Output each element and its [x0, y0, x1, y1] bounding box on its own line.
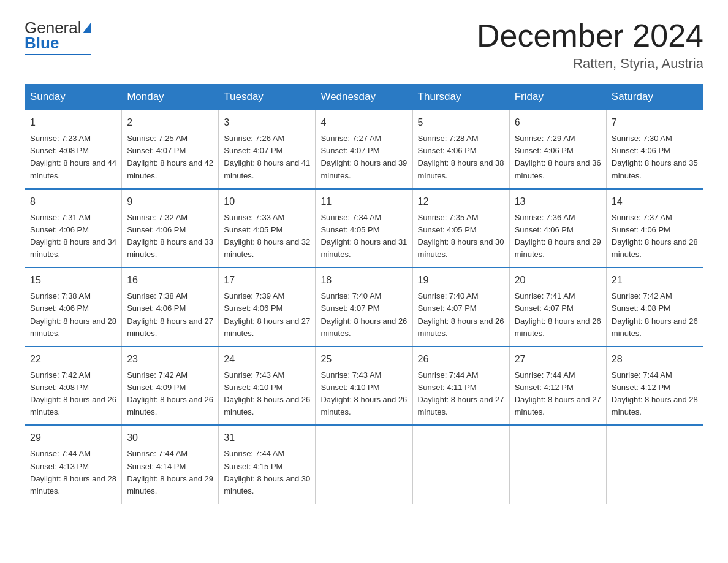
table-row: 20 Sunrise: 7:41 AM Sunset: 4:07 PM Dayl… — [509, 267, 606, 347]
day-number: 29 — [30, 431, 116, 445]
location: Ratten, Styria, Austria — [477, 56, 703, 72]
day-number: 26 — [418, 352, 504, 367]
month-title: December 2024 — [477, 18, 703, 53]
day-number: 12 — [418, 194, 504, 209]
header-monday: Monday — [122, 85, 219, 110]
day-number: 20 — [515, 273, 601, 288]
table-row: 15 Sunrise: 7:38 AM Sunset: 4:06 PM Dayl… — [25, 267, 122, 347]
table-row: 17 Sunrise: 7:39 AM Sunset: 4:06 PM Dayl… — [219, 267, 316, 347]
day-number: 6 — [515, 115, 601, 130]
day-info: Sunrise: 7:26 AM Sunset: 4:07 PM Dayligh… — [224, 132, 310, 182]
calendar-table: Sunday Monday Tuesday Wednesday Thursday… — [25, 84, 703, 504]
day-number: 18 — [320, 273, 407, 288]
header-sunday: Sunday — [25, 85, 122, 110]
table-row: 6 Sunrise: 7:29 AM Sunset: 4:06 PM Dayli… — [509, 110, 606, 189]
day-info: Sunrise: 7:37 AM Sunset: 4:06 PM Dayligh… — [612, 212, 698, 261]
logo-underline — [25, 54, 91, 55]
table-row: 1 Sunrise: 7:23 AM Sunset: 4:08 PM Dayli… — [25, 110, 122, 189]
day-info: Sunrise: 7:42 AM Sunset: 4:09 PM Dayligh… — [127, 369, 213, 419]
table-row: 29 Sunrise: 7:44 AM Sunset: 4:13 PM Dayl… — [25, 425, 122, 504]
calendar-week-row: 1 Sunrise: 7:23 AM Sunset: 4:08 PM Dayli… — [25, 110, 703, 189]
table-row: 27 Sunrise: 7:44 AM Sunset: 4:12 PM Dayl… — [509, 347, 606, 426]
day-number: 15 — [30, 273, 116, 288]
table-row: 28 Sunrise: 7:44 AM Sunset: 4:12 PM Dayl… — [606, 347, 703, 426]
day-info: Sunrise: 7:43 AM Sunset: 4:10 PM Dayligh… — [224, 369, 310, 419]
header-wednesday: Wednesday — [316, 85, 412, 110]
day-info: Sunrise: 7:25 AM Sunset: 4:07 PM Dayligh… — [127, 132, 213, 182]
header-friday: Friday — [509, 85, 606, 110]
day-number: 5 — [418, 115, 504, 130]
table-row: 25 Sunrise: 7:43 AM Sunset: 4:10 PM Dayl… — [316, 347, 412, 426]
day-number: 9 — [127, 194, 213, 209]
table-row: 31 Sunrise: 7:44 AM Sunset: 4:15 PM Dayl… — [219, 425, 316, 504]
day-info: Sunrise: 7:44 AM Sunset: 4:14 PM Dayligh… — [127, 448, 213, 497]
table-row: 24 Sunrise: 7:43 AM Sunset: 4:10 PM Dayl… — [219, 347, 316, 426]
day-number: 14 — [612, 194, 698, 209]
weekday-header-row: Sunday Monday Tuesday Wednesday Thursday… — [25, 85, 703, 110]
table-row: 9 Sunrise: 7:32 AM Sunset: 4:06 PM Dayli… — [122, 189, 219, 268]
table-row: 19 Sunrise: 7:40 AM Sunset: 4:07 PM Dayl… — [412, 267, 509, 347]
day-info: Sunrise: 7:28 AM Sunset: 4:06 PM Dayligh… — [418, 132, 504, 182]
day-number: 30 — [127, 431, 213, 445]
day-info: Sunrise: 7:29 AM Sunset: 4:06 PM Dayligh… — [515, 132, 601, 182]
day-number: 8 — [30, 194, 116, 209]
day-number: 16 — [127, 273, 213, 288]
table-row — [606, 425, 703, 504]
table-row: 30 Sunrise: 7:44 AM Sunset: 4:14 PM Dayl… — [122, 425, 219, 504]
table-row: 16 Sunrise: 7:38 AM Sunset: 4:06 PM Dayl… — [122, 267, 219, 347]
day-info: Sunrise: 7:44 AM Sunset: 4:12 PM Dayligh… — [612, 369, 698, 419]
table-row: 10 Sunrise: 7:33 AM Sunset: 4:05 PM Dayl… — [219, 189, 316, 268]
day-number: 7 — [612, 115, 698, 130]
calendar-week-row: 29 Sunrise: 7:44 AM Sunset: 4:13 PM Dayl… — [25, 425, 703, 504]
title-section: December 2024 Ratten, Styria, Austria — [477, 18, 703, 72]
day-number: 3 — [224, 115, 310, 130]
day-number: 10 — [224, 194, 310, 209]
day-info: Sunrise: 7:35 AM Sunset: 4:05 PM Dayligh… — [418, 212, 504, 261]
day-info: Sunrise: 7:40 AM Sunset: 4:07 PM Dayligh… — [320, 290, 407, 340]
table-row — [509, 425, 606, 504]
calendar-week-row: 8 Sunrise: 7:31 AM Sunset: 4:06 PM Dayli… — [25, 189, 703, 268]
table-row: 18 Sunrise: 7:40 AM Sunset: 4:07 PM Dayl… — [316, 267, 412, 347]
table-row: 3 Sunrise: 7:26 AM Sunset: 4:07 PM Dayli… — [219, 110, 316, 189]
calendar-week-row: 22 Sunrise: 7:42 AM Sunset: 4:08 PM Dayl… — [25, 347, 703, 426]
day-info: Sunrise: 7:42 AM Sunset: 4:08 PM Dayligh… — [30, 369, 116, 419]
day-info: Sunrise: 7:32 AM Sunset: 4:06 PM Dayligh… — [127, 212, 213, 261]
table-row: 13 Sunrise: 7:36 AM Sunset: 4:06 PM Dayl… — [509, 189, 606, 268]
day-info: Sunrise: 7:44 AM Sunset: 4:15 PM Dayligh… — [224, 448, 310, 497]
table-row — [316, 425, 412, 504]
table-row: 5 Sunrise: 7:28 AM Sunset: 4:06 PM Dayli… — [412, 110, 509, 189]
table-row: 23 Sunrise: 7:42 AM Sunset: 4:09 PM Dayl… — [122, 347, 219, 426]
day-number: 2 — [127, 115, 213, 130]
day-number: 27 — [515, 352, 601, 367]
day-number: 1 — [30, 115, 116, 130]
day-number: 13 — [515, 194, 601, 209]
logo-triangle-icon — [83, 22, 91, 33]
table-row: 26 Sunrise: 7:44 AM Sunset: 4:11 PM Dayl… — [412, 347, 509, 426]
day-info: Sunrise: 7:33 AM Sunset: 4:05 PM Dayligh… — [224, 212, 310, 261]
day-number: 25 — [320, 352, 407, 367]
day-number: 24 — [224, 352, 310, 367]
table-row: 12 Sunrise: 7:35 AM Sunset: 4:05 PM Dayl… — [412, 189, 509, 268]
table-row: 4 Sunrise: 7:27 AM Sunset: 4:07 PM Dayli… — [316, 110, 412, 189]
table-row: 2 Sunrise: 7:25 AM Sunset: 4:07 PM Dayli… — [122, 110, 219, 189]
day-number: 31 — [224, 431, 310, 445]
day-info: Sunrise: 7:38 AM Sunset: 4:06 PM Dayligh… — [127, 290, 213, 340]
day-info: Sunrise: 7:39 AM Sunset: 4:06 PM Dayligh… — [224, 290, 310, 340]
day-number: 4 — [320, 115, 407, 130]
day-info: Sunrise: 7:27 AM Sunset: 4:07 PM Dayligh… — [320, 132, 407, 182]
header-thursday: Thursday — [412, 85, 509, 110]
day-info: Sunrise: 7:40 AM Sunset: 4:07 PM Dayligh… — [418, 290, 504, 340]
day-number: 17 — [224, 273, 310, 288]
table-row: 7 Sunrise: 7:30 AM Sunset: 4:06 PM Dayli… — [606, 110, 703, 189]
header-saturday: Saturday — [606, 85, 703, 110]
table-row: 22 Sunrise: 7:42 AM Sunset: 4:08 PM Dayl… — [25, 347, 122, 426]
day-number: 21 — [612, 273, 698, 288]
day-info: Sunrise: 7:30 AM Sunset: 4:06 PM Dayligh… — [612, 132, 698, 182]
day-info: Sunrise: 7:31 AM Sunset: 4:06 PM Dayligh… — [30, 212, 116, 261]
logo: General Blue — [25, 18, 91, 55]
logo-blue-text: Blue — [25, 34, 59, 53]
day-info: Sunrise: 7:44 AM Sunset: 4:11 PM Dayligh… — [418, 369, 504, 419]
day-number: 19 — [418, 273, 504, 288]
day-number: 23 — [127, 352, 213, 367]
table-row: 14 Sunrise: 7:37 AM Sunset: 4:06 PM Dayl… — [606, 189, 703, 268]
